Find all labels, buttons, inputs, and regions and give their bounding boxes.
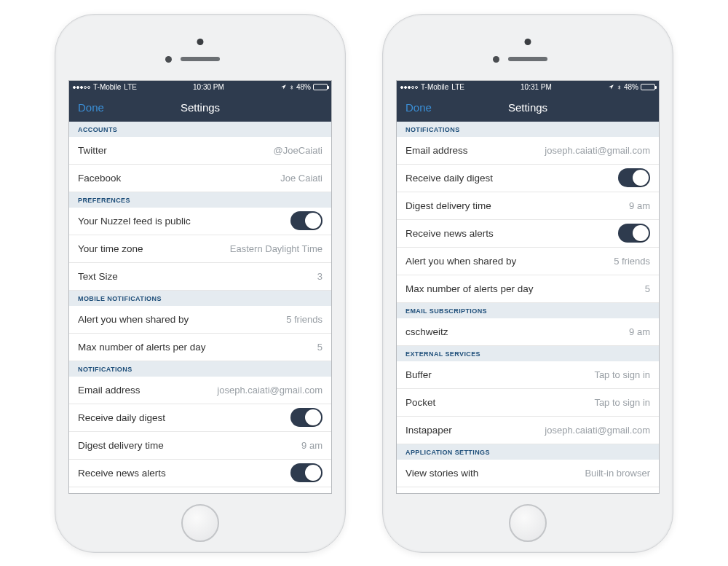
row-label: cschweitz <box>405 326 448 337</box>
location-arrow-icon <box>280 84 287 90</box>
row-label: Instapaper <box>405 425 452 436</box>
status-left: T-MobileLTE <box>73 83 137 91</box>
row-value: joseph.caiati@gmail.com <box>217 385 323 396</box>
proximity-sensor-icon <box>493 56 499 63</box>
settings-row[interactable]: Text Size3 <box>69 263 331 291</box>
earpiece-speaker-icon <box>508 57 547 61</box>
status-bar: T-MobileLTE10:31 PM48% <box>397 81 659 94</box>
row-label: Email address <box>405 145 468 156</box>
row-label: Receive daily digest <box>405 173 493 184</box>
battery-icon <box>641 84 655 90</box>
signal-dot-icon <box>73 86 76 89</box>
settings-row[interactable]: PocketTap to sign in <box>397 389 659 417</box>
done-button[interactable]: Done <box>78 101 104 114</box>
row-label: Buffer <box>405 369 432 380</box>
status-right: 48% <box>608 83 655 91</box>
settings-row[interactable]: Alert you when shared by5 friends <box>69 306 331 334</box>
settings-row[interactable]: Digest delivery time9 am <box>69 432 331 460</box>
row-label: Your Nuzzel feed is public <box>78 216 191 227</box>
row-label: Text Size <box>78 271 118 282</box>
row-label: View stories with <box>405 468 478 479</box>
settings-row[interactable]: BufferTap to sign in <box>397 361 659 389</box>
front-camera-icon <box>525 39 531 45</box>
toggle-knob-icon <box>633 170 649 186</box>
settings-row[interactable]: Your time zoneEastern Daylight Time <box>69 235 331 263</box>
settings-row[interactable]: Max number of alerts per day5 <box>397 275 659 303</box>
nav-bar: DoneSettings <box>397 94 659 122</box>
section-header: APPLICATION SETTINGS <box>397 444 659 460</box>
phone-right: T-MobileLTE10:31 PM48%DoneSettingsNOTIFI… <box>382 14 673 553</box>
row-value: 5 <box>645 283 650 294</box>
section-header: PREFERENCES <box>69 192 331 208</box>
signal-dots-icon <box>400 86 418 89</box>
toggle-knob-icon <box>305 213 321 229</box>
settings-row[interactable]: Receive news alerts <box>69 460 331 487</box>
signal-dot-icon <box>87 86 90 89</box>
settings-row[interactable]: Twitter@JoeCaiati <box>69 137 331 165</box>
settings-row[interactable]: Instapaperjoseph.caiati@gmail.com <box>397 417 659 444</box>
network-type: LTE <box>124 83 137 91</box>
row-value: 3 <box>317 271 323 282</box>
row-label: Max number of alerts per day <box>78 342 206 353</box>
signal-dot-icon <box>76 86 79 89</box>
settings-list[interactable]: NOTIFICATIONSEmail addressjoseph.caiati@… <box>397 122 659 493</box>
settings-row[interactable]: Digest delivery time9 am <box>397 192 659 220</box>
toggle-switch[interactable] <box>618 224 650 243</box>
settings-row[interactable]: Receive daily digest <box>69 404 331 432</box>
section-header: EMAIL SUBSCRIPTIONS <box>397 303 659 318</box>
signal-dots-icon <box>73 86 90 89</box>
settings-row[interactable]: Receive news alerts <box>397 220 659 248</box>
settings-row[interactable]: Email addressjoseph.caiati@gmail.com <box>397 137 659 165</box>
row-value: 9 am <box>629 326 650 337</box>
toggle-switch[interactable] <box>618 168 650 187</box>
row-value: 5 friends <box>286 314 323 325</box>
settings-row[interactable]: Max number of alerts per day5 <box>69 334 331 361</box>
settings-row[interactable]: Receive daily digest <box>397 165 659 192</box>
status-bar: T-MobileLTE10:30 PM48% <box>69 81 331 94</box>
row-value: 9 am <box>629 200 650 211</box>
home-button[interactable] <box>181 504 219 542</box>
section-header: EXTERNAL SERVICES <box>397 346 659 361</box>
carrier-name: T-Mobile <box>421 83 448 91</box>
row-label: Alert you when shared by <box>405 256 516 267</box>
done-button[interactable]: Done <box>405 101 432 114</box>
settings-row[interactable]: Your Nuzzel feed is public <box>69 208 331 235</box>
signal-dot-icon <box>80 86 83 89</box>
row-value: Joe Caiati <box>280 173 323 184</box>
section-header: NOTIFICATIONS <box>397 122 659 137</box>
row-label: Receive news alerts <box>78 468 166 479</box>
toggle-switch[interactable] <box>290 408 323 427</box>
signal-dot-icon <box>84 86 87 89</box>
location-arrow-icon <box>608 84 614 90</box>
signal-dot-icon <box>415 86 418 89</box>
settings-row[interactable]: FacebookJoe Caiati <box>69 165 331 192</box>
row-label: Max number of alerts per day <box>405 283 534 294</box>
toggle-knob-icon <box>305 465 321 481</box>
screen-right: T-MobileLTE10:31 PM48%DoneSettingsNOTIFI… <box>396 80 660 494</box>
settings-row[interactable]: View stories withBuilt-in browser <box>397 460 659 487</box>
settings-list[interactable]: ACCOUNTSTwitter@JoeCaiatiFacebookJoe Cai… <box>69 122 331 493</box>
settings-row[interactable]: Email addressjoseph.caiati@gmail.com <box>69 377 331 404</box>
home-button[interactable] <box>509 504 547 542</box>
row-label: Alert you when shared by <box>78 314 189 325</box>
earpiece-speaker-icon <box>181 57 220 61</box>
row-value: Built-in browser <box>585 468 650 479</box>
row-label: Digest delivery time <box>78 440 164 451</box>
settings-row[interactable]: cschweitz9 am <box>397 318 659 346</box>
status-time: 10:30 PM <box>193 83 224 91</box>
row-value: joseph.caiati@gmail.com <box>545 145 650 156</box>
row-label: Twitter <box>78 145 107 156</box>
front-camera-icon <box>197 39 204 45</box>
bluetooth-icon <box>289 84 294 91</box>
bluetooth-icon <box>617 84 622 91</box>
battery-icon <box>313 84 328 90</box>
toggle-knob-icon <box>305 409 321 425</box>
screen-left: T-MobileLTE10:30 PM48%DoneSettingsACCOUN… <box>68 80 332 494</box>
toggle-switch[interactable] <box>290 211 323 230</box>
toggle-knob-icon <box>633 225 649 241</box>
signal-dot-icon <box>408 86 411 89</box>
toggle-switch[interactable] <box>290 463 323 482</box>
phone-left: T-MobileLTE10:30 PM48%DoneSettingsACCOUN… <box>55 14 346 553</box>
settings-row[interactable]: Alert you when shared by5 friends <box>397 248 659 275</box>
section-header: MOBILE NOTIFICATIONS <box>69 291 331 306</box>
